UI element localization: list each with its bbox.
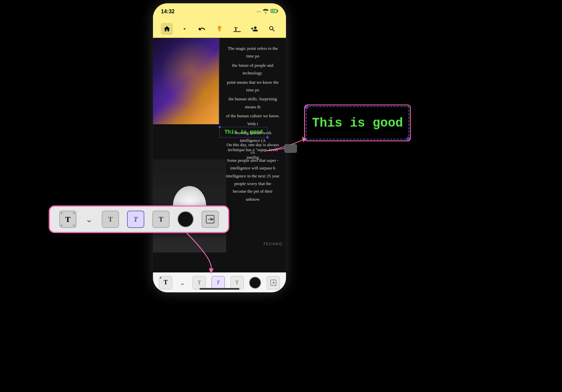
space-image <box>153 38 219 124</box>
zoomed-text-content: This is good <box>312 116 403 130</box>
user-add-button[interactable] <box>248 23 260 35</box>
book-para-1: The magic point refers to the time po <box>225 45 281 60</box>
inline-text-box[interactable]: This is good <box>219 127 268 138</box>
zoomed-text-box: This is good <box>306 106 409 140</box>
large-move-text-button[interactable] <box>202 211 219 228</box>
purple-T-button[interactable]: T <box>211 276 225 289</box>
inline-text-content: This is good <box>224 129 263 135</box>
phone-frame: 14:32 ···· T <box>153 3 286 292</box>
dot-tl <box>61 212 63 214</box>
large-move-text-icon <box>206 215 215 224</box>
large-color-circle-button[interactable] <box>178 211 194 227</box>
move-text-button[interactable] <box>267 276 280 289</box>
svg-rect-2 <box>271 10 275 12</box>
book-lower-5: people worry that the <box>225 180 281 187</box>
bold-T-icon: T <box>164 279 168 286</box>
large-plain-T-icon: T <box>108 215 113 224</box>
large-bold-T-button[interactable]: T <box>59 211 76 228</box>
large-outlined-T-button[interactable]: T <box>152 211 170 228</box>
large-purple-T-button[interactable]: T <box>127 211 144 228</box>
book-content: The magic point refers to the time po th… <box>153 38 286 272</box>
plain-T-icon: T <box>198 280 201 286</box>
wifi-icon <box>263 9 269 15</box>
svg-point-7 <box>212 219 213 220</box>
home-indicator <box>200 288 239 290</box>
book-lower-7: unknow <box>225 195 281 203</box>
svg-rect-1 <box>277 10 278 12</box>
plain-T-button[interactable]: T <box>193 276 206 289</box>
book-lower-4: intelligence in the next 25 year <box>225 172 281 180</box>
dot-br <box>73 225 75 226</box>
highlight-button[interactable] <box>213 23 225 35</box>
bold-T-button[interactable]: T <box>159 276 172 289</box>
large-plain-T-button[interactable]: T <box>102 211 119 228</box>
search-button[interactable] <box>266 23 278 35</box>
book-lower-3: intelligence will surpass h <box>225 164 281 172</box>
move-text-icon <box>270 279 277 286</box>
large-outlined-T-icon: T <box>159 215 164 224</box>
purple-T-icon: T <box>216 280 220 286</box>
undo-button[interactable] <box>196 23 208 35</box>
toolbar-chevron-button[interactable]: ⌄ <box>178 274 187 291</box>
signal-icon: ···· <box>256 9 261 14</box>
book-lower-2: Some people alert that super - <box>225 156 281 164</box>
book-para-4: the human skills. Surprising means th <box>225 95 281 111</box>
status-bar: 14:32 ···· <box>153 3 286 20</box>
status-icons: ···· <box>256 9 278 15</box>
status-time: 14:32 <box>161 9 175 15</box>
large-purple-T-icon: T <box>133 215 138 224</box>
large-toolbar-chevron[interactable]: ⌄ <box>84 211 94 228</box>
chevron-down-button[interactable] <box>179 23 191 35</box>
dots-decoration <box>160 277 161 278</box>
app-toolbar: T <box>153 20 286 38</box>
color-circle-button[interactable] <box>249 277 261 289</box>
connector-box <box>285 145 297 152</box>
home-button[interactable] <box>161 23 173 35</box>
book-para-3: point means that we know the time po <box>225 78 281 94</box>
svg-rect-4 <box>233 31 241 32</box>
dot-tr <box>73 212 75 214</box>
tech-label: TECHNO <box>263 242 283 246</box>
text-format-button[interactable]: T <box>231 23 243 35</box>
battery-icon <box>271 9 278 14</box>
outlined-T-button[interactable]: T <box>230 276 244 289</box>
book-para-5: of the human culture we know. With t <box>225 112 281 128</box>
book-lower-1: On this day, one day is always co <box>225 141 281 156</box>
large-bold-T-icon: T <box>65 215 70 224</box>
book-lower-6: become the pet of their <box>225 187 281 195</box>
dot-bl <box>61 225 63 226</box>
outlined-T-icon: T <box>235 280 239 286</box>
book-lower-text: On this day, one day is always co Some p… <box>219 141 286 203</box>
large-toolbar: T ⌄ T T T <box>49 206 229 233</box>
book-para-2: the future of people and technology. <box>225 61 281 77</box>
